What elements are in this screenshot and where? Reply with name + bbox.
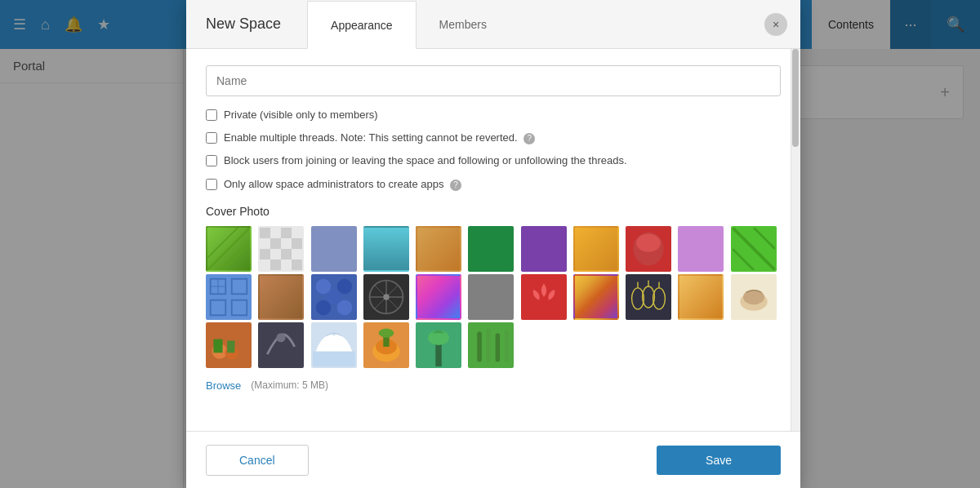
photo-20[interactable] bbox=[626, 274, 671, 320]
cancel-button[interactable]: Cancel bbox=[206, 445, 309, 476]
svg-rect-7 bbox=[292, 228, 302, 238]
dialog-body: Private (visible only to members) Enable… bbox=[186, 49, 800, 431]
svg-line-22 bbox=[733, 228, 775, 270]
photo-4[interactable] bbox=[363, 226, 409, 272]
svg-rect-26 bbox=[232, 278, 247, 294]
photo-9[interactable] bbox=[626, 226, 671, 272]
svg-rect-53 bbox=[227, 340, 234, 353]
svg-rect-13 bbox=[270, 249, 281, 260]
photo-16[interactable] bbox=[416, 274, 461, 320]
dialog-footer: Cancel Save bbox=[186, 431, 800, 488]
photo-26[interactable] bbox=[363, 322, 409, 368]
svg-rect-4 bbox=[260, 228, 270, 238]
admin-only-help-icon[interactable]: ? bbox=[450, 180, 461, 191]
dialog-header: New Space Appearance Members × bbox=[186, 0, 800, 49]
multithread-label: Enable multiple threads. Note: This sett… bbox=[224, 131, 535, 145]
svg-rect-52 bbox=[213, 339, 222, 353]
block-join-label: Block users from joining or leaving the … bbox=[224, 153, 627, 168]
svg-rect-65 bbox=[505, 330, 510, 362]
checkbox-admin-only: Only allow space administrators to creat… bbox=[206, 177, 781, 192]
browse-button[interactable]: Browse bbox=[206, 379, 241, 392]
checkbox-private: Private (visible only to members) bbox=[206, 108, 781, 122]
svg-rect-5 bbox=[270, 228, 281, 238]
svg-rect-16 bbox=[260, 260, 270, 270]
tab-members[interactable]: Members bbox=[416, 0, 510, 48]
multithread-help-icon[interactable]: ? bbox=[523, 133, 535, 144]
photo-12[interactable] bbox=[206, 274, 252, 320]
svg-rect-63 bbox=[487, 328, 492, 362]
photo-15[interactable] bbox=[363, 274, 409, 320]
svg-rect-17 bbox=[270, 260, 281, 270]
private-label: Private (visible only to members) bbox=[224, 108, 378, 122]
photo-18[interactable] bbox=[521, 274, 567, 320]
svg-point-54 bbox=[277, 333, 286, 342]
svg-rect-15 bbox=[292, 249, 302, 260]
scrollbar-track bbox=[791, 49, 800, 431]
svg-point-49 bbox=[743, 289, 764, 304]
svg-rect-62 bbox=[478, 331, 483, 362]
photo-14[interactable] bbox=[311, 274, 357, 320]
svg-rect-14 bbox=[281, 249, 292, 260]
svg-point-21 bbox=[636, 233, 661, 251]
photo-28[interactable] bbox=[468, 322, 514, 368]
svg-line-23 bbox=[754, 228, 775, 249]
photo-25[interactable] bbox=[311, 322, 357, 368]
svg-rect-55 bbox=[313, 351, 355, 366]
svg-rect-10 bbox=[281, 238, 292, 249]
photo-6[interactable] bbox=[468, 226, 514, 272]
photo-24[interactable] bbox=[258, 322, 304, 368]
browse-row: Browse (Maximum: 5 MB) bbox=[206, 379, 781, 392]
svg-rect-19 bbox=[292, 260, 302, 270]
name-input[interactable] bbox=[206, 65, 781, 96]
photo-2[interactable] bbox=[258, 226, 304, 272]
save-button[interactable]: Save bbox=[657, 446, 781, 475]
photo-23[interactable] bbox=[206, 322, 252, 368]
photo-1[interactable] bbox=[206, 226, 252, 272]
scrollbar-thumb[interactable] bbox=[792, 49, 799, 147]
photo-5[interactable] bbox=[416, 226, 461, 272]
admin-only-checkbox[interactable] bbox=[206, 179, 217, 190]
svg-point-59 bbox=[379, 328, 394, 337]
svg-line-24 bbox=[733, 249, 754, 270]
svg-rect-12 bbox=[260, 249, 270, 260]
dialog-tabs: Appearance Members bbox=[307, 0, 510, 48]
photo-27[interactable] bbox=[416, 322, 461, 368]
cover-photo-grid bbox=[206, 226, 781, 368]
checkbox-block-join: Block users from joining or leaving the … bbox=[206, 153, 781, 168]
private-checkbox[interactable] bbox=[206, 109, 217, 121]
svg-rect-8 bbox=[260, 238, 270, 249]
block-join-checkbox[interactable] bbox=[206, 155, 217, 166]
tab-appearance[interactable]: Appearance bbox=[307, 1, 416, 49]
max-size-label: (Maximum: 5 MB) bbox=[251, 379, 328, 391]
photo-22[interactable] bbox=[731, 274, 777, 320]
svg-point-35 bbox=[326, 289, 341, 304]
checkbox-multithread: Enable multiple threads. Note: This sett… bbox=[206, 131, 781, 145]
svg-line-1 bbox=[207, 228, 250, 270]
svg-rect-28 bbox=[232, 299, 247, 315]
photo-8[interactable] bbox=[573, 226, 619, 272]
admin-only-label: Only allow space administrators to creat… bbox=[224, 177, 461, 192]
dialog-title: New Space bbox=[186, 16, 301, 33]
svg-rect-27 bbox=[211, 299, 226, 315]
photo-21[interactable] bbox=[678, 274, 724, 320]
photo-3[interactable] bbox=[311, 226, 357, 272]
svg-rect-11 bbox=[292, 238, 302, 249]
photo-17[interactable] bbox=[468, 274, 514, 320]
close-button[interactable]: × bbox=[764, 13, 787, 36]
svg-rect-64 bbox=[496, 333, 501, 362]
svg-rect-6 bbox=[281, 228, 292, 238]
photo-7[interactable] bbox=[521, 226, 567, 272]
cover-photo-label: Cover Photo bbox=[206, 205, 781, 218]
photo-10[interactable] bbox=[678, 226, 724, 272]
photo-11[interactable] bbox=[731, 226, 777, 272]
svg-point-41 bbox=[383, 294, 389, 299]
multithread-checkbox[interactable] bbox=[206, 132, 217, 144]
photo-13[interactable] bbox=[258, 274, 304, 320]
svg-rect-9 bbox=[270, 238, 281, 249]
photo-19[interactable] bbox=[573, 274, 619, 320]
svg-rect-18 bbox=[281, 260, 292, 270]
new-space-dialog: New Space Appearance Members × Private (… bbox=[186, 0, 800, 488]
